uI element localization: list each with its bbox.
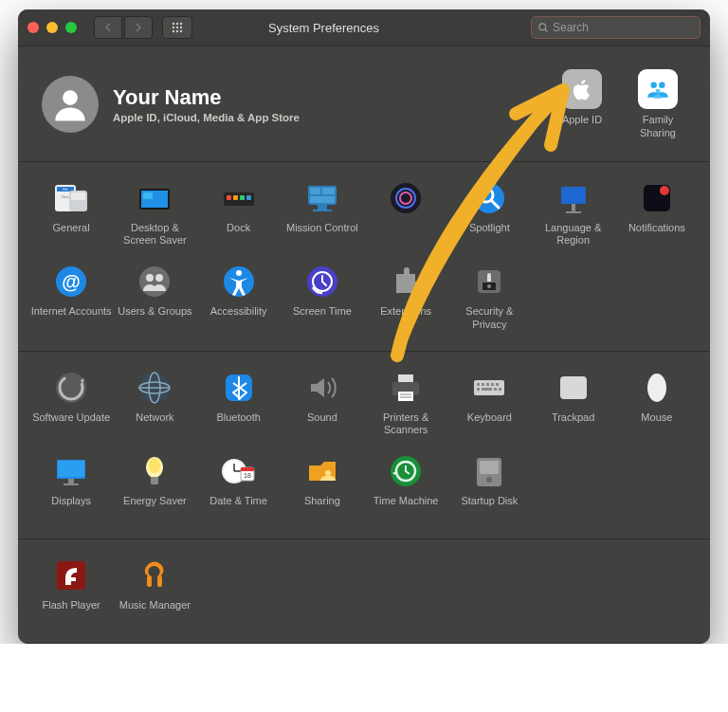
pref-extensions[interactable]: Extensions [364,259,447,343]
account-header: Your Name Apple ID, iCloud, Media & App … [18,46,710,162]
apple-id-label: Apple ID [562,114,602,127]
svg-rect-80 [482,388,492,391]
svg-point-105 [486,477,492,483]
software-update-icon [52,369,90,407]
svg-text:File: File [64,188,68,192]
svg-rect-27 [240,195,245,200]
pref-desktop[interactable]: Desktop & Screen Saver [113,175,196,260]
user-info[interactable]: Your Name Apple ID, iCloud, Media & App … [113,85,554,123]
pref-security[interactable]: Security & Privacy [447,259,531,343]
pref-mission-control[interactable]: Mission Control [281,175,364,260]
siri-icon [387,179,425,217]
zoom-icon[interactable] [65,22,77,33]
minimize-icon[interactable] [46,22,58,33]
family-sharing-button[interactable]: Family Sharing [629,69,686,140]
svg-point-35 [391,183,421,213]
svg-point-50 [155,274,163,282]
energy-saver-icon [136,452,173,490]
label: Software Update [32,411,110,436]
window-title: System Preferences [126,21,521,35]
pref-accessibility[interactable]: Accessibility [197,259,281,343]
pref-general[interactable]: FileNew General [29,175,113,260]
extensions-icon [387,263,425,301]
thirdparty-section: Flash Player Music Manager [18,539,710,644]
close-icon[interactable] [27,22,39,33]
screen-time-icon [303,263,341,301]
label: Users & Groups [118,305,191,330]
pref-screen-time[interactable]: Screen Time [281,259,364,343]
pref-startup-disk[interactable]: Startup Disk [447,448,531,531]
general-icon: FileNew [52,179,90,217]
pref-internet-accounts[interactable]: @ Internet Accounts [29,259,113,343]
pref-siri[interactable] [364,175,447,260]
pref-energy-saver[interactable]: Energy Saver [113,448,196,531]
users-groups-icon [136,263,173,301]
pref-music-manager[interactable]: Music Manager [113,553,196,635]
printers-icon [387,369,425,407]
search-input[interactable]: Search [531,16,701,39]
label: Energy Saver [123,495,187,520]
pref-sound[interactable]: Sound [281,365,364,449]
svg-rect-87 [68,479,74,484]
svg-point-84 [647,374,666,402]
svg-rect-23 [143,192,153,199]
svg-rect-28 [246,195,251,200]
svg-point-14 [656,89,661,94]
pref-displays[interactable]: Displays [29,448,113,531]
desktop-icon [136,179,173,217]
apple-id-button[interactable]: Apple ID [554,69,610,140]
label: Flash Player [43,599,100,624]
bluetooth-icon [220,369,258,407]
svg-rect-75 [482,383,484,386]
pref-network[interactable]: Network [113,365,196,449]
title-bar: System Preferences Search [18,9,710,46]
svg-point-90 [149,458,160,473]
pref-bluetooth[interactable]: Bluetooth [197,365,281,449]
pref-dock[interactable]: Dock [197,175,281,260]
svg-rect-20 [71,192,85,200]
label: Mission Control [286,222,358,246]
svg-rect-79 [477,388,480,391]
family-label: Family Sharing [640,114,676,140]
label: Startup Disk [461,495,518,520]
back-button[interactable] [94,16,122,39]
pref-keyboard[interactable]: Keyboard [447,365,531,449]
svg-rect-77 [491,383,494,386]
svg-text:@: @ [62,271,81,292]
pref-users-groups[interactable]: Users & Groups [113,259,196,343]
mouse-icon [638,369,676,407]
pref-time-machine[interactable]: Time Machine [364,448,447,531]
label: Internet Accounts [31,305,112,330]
pref-language[interactable]: Language & Region [532,175,615,260]
label: General [53,222,90,246]
language-icon [555,179,592,217]
trackpad-icon [555,369,592,407]
svg-rect-108 [157,575,162,587]
pref-trackpad[interactable]: Trackpad [532,365,615,449]
svg-rect-57 [487,276,491,282]
sound-icon [303,369,341,407]
svg-rect-82 [499,388,501,391]
svg-point-9 [539,24,546,30]
svg-rect-83 [560,376,587,399]
svg-rect-86 [58,461,84,477]
label: Accessibility [210,305,267,330]
svg-rect-68 [398,374,413,382]
internet-accounts-icon: @ [52,263,90,301]
svg-point-49 [146,274,154,282]
pref-sharing[interactable]: Sharing [281,448,364,531]
pref-date-time[interactable]: 18 Date & Time [197,448,281,531]
pref-spotlight[interactable]: Spotlight [447,175,531,260]
pref-mouse[interactable]: Mouse [615,365,699,449]
apple-icon [570,77,594,101]
pref-flash-player[interactable]: Flash Player [29,553,113,635]
svg-rect-31 [322,188,335,194]
svg-text:New: New [62,194,69,199]
pref-notifications[interactable]: Notifications [615,175,699,260]
notifications-icon [638,179,676,217]
svg-rect-91 [151,477,158,484]
svg-point-45 [660,186,669,195]
pref-software-update[interactable]: Software Update [29,365,113,449]
pref-printers[interactable]: Printers & Scanners [364,365,447,449]
avatar[interactable] [42,76,99,133]
